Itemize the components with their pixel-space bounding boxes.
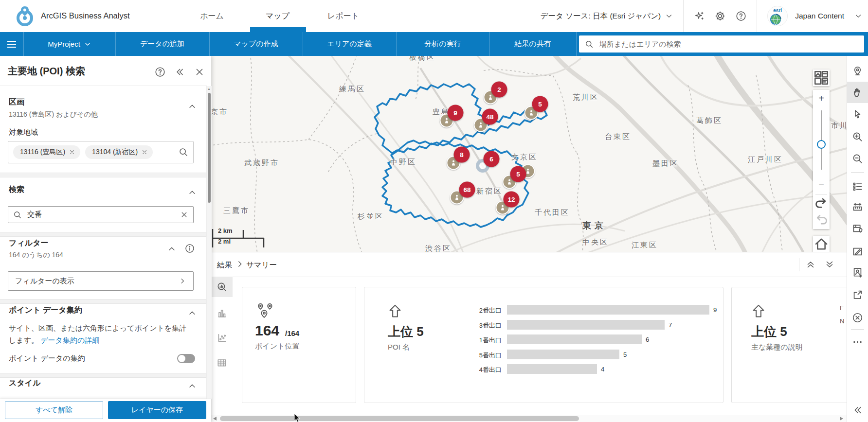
bar[interactable]	[507, 364, 597, 374]
measure-ruler-icon[interactable]	[852, 201, 863, 212]
divider	[815, 194, 827, 195]
hamburger-menu-icon[interactable]	[0, 32, 23, 56]
more-ellipsis-icon[interactable]	[852, 336, 863, 348]
target-area-input[interactable]: 13116 (豊島区)13104 (新宿区)	[8, 141, 194, 163]
workflow-item-データの追加[interactable]: データの追加	[115, 32, 209, 56]
map-place-label: 中央区	[582, 238, 609, 247]
sketch-pencil-icon[interactable]	[852, 246, 863, 257]
add-person-page-icon[interactable]	[852, 267, 863, 278]
bar-chart-icon[interactable]	[217, 308, 227, 318]
collapse-panel-icon[interactable]	[174, 67, 185, 77]
basemap-gallery-button[interactable]	[813, 70, 830, 86]
collapse-toolbar-icon[interactable]	[852, 404, 863, 416]
scroll-right-arrow[interactable]	[840, 417, 843, 421]
poi-search-field[interactable]	[8, 206, 194, 223]
cluster-marker[interactable]: 5	[510, 166, 526, 182]
map-place-label: 葛飾区	[696, 116, 723, 125]
chevron-up-icon[interactable]	[188, 102, 197, 111]
section-separator	[0, 299, 207, 304]
target-area-tag[interactable]: 13116 (豊島区)	[13, 145, 80, 159]
workflow-item-結果の共有[interactable]: 結果の共有	[489, 32, 576, 56]
map-canvas[interactable]: 板橋区練馬区東京市武蔵野市三鷹市中野区杉並区渋谷区豊島区新宿区文京区荒川区台東区…	[211, 56, 847, 252]
cluster-marker[interactable]: 6	[484, 151, 500, 167]
chevron-up-icon[interactable]	[188, 382, 197, 390]
scatter-chart-icon[interactable]	[217, 333, 227, 343]
card-top5-poi[interactable]: 上位 5 POI 名 2番出口93番出口71番出口65番出口54番出口4	[364, 287, 723, 403]
data-source-selector[interactable]: データ ソース: 日本 (Esri ジャパン)	[541, 11, 673, 21]
double-chevron-up-icon[interactable]	[805, 259, 816, 270]
app-header: ArcGIS Business Analyst ホームマップレポート データ ソ…	[0, 0, 868, 32]
project-selector[interactable]: MyProject	[23, 32, 115, 56]
workflow-item-分析の実行[interactable]: 分析の実行	[396, 32, 489, 56]
scroll-left-arrow[interactable]	[213, 417, 217, 421]
remove-tag-icon[interactable]	[69, 149, 75, 156]
workflow-toolbar: MyProject データの追加マップの作成エリアの定義分析の実行結果の共有	[0, 32, 868, 56]
results-horizontal-scrollbar[interactable]	[211, 414, 847, 422]
map-pin-page-icon[interactable]	[852, 223, 863, 234]
cluster-marker[interactable]: 8	[454, 147, 470, 163]
chevron-down-icon[interactable]	[854, 12, 862, 20]
poi-search-input[interactable]	[26, 210, 176, 219]
avatar[interactable]: esri	[767, 6, 788, 26]
clear-input-icon[interactable]	[180, 211, 188, 219]
zoom-out-button[interactable]: −	[813, 176, 830, 193]
legend-list-icon[interactable]	[852, 181, 863, 192]
select-arrow-icon[interactable]	[852, 109, 863, 120]
bar[interactable]	[507, 350, 619, 359]
search-stats-icon[interactable]	[217, 281, 227, 292]
save-layer-button[interactable]: レイヤーの保存	[108, 401, 206, 419]
target-area-tag[interactable]: 13104 (新宿区)	[85, 145, 153, 159]
table-grid-icon[interactable]	[217, 357, 227, 368]
help-circle-icon[interactable]	[155, 67, 165, 77]
search-icon	[13, 211, 22, 219]
cluster-marker[interactable]: 12	[504, 192, 520, 208]
bar[interactable]	[507, 320, 665, 330]
tab-レポート[interactable]: レポート	[310, 0, 376, 32]
tab-ホーム[interactable]: ホーム	[179, 0, 245, 32]
card-point-count[interactable]: 164 /164 ポイント位置	[242, 287, 356, 403]
info-icon[interactable]	[185, 244, 195, 253]
map-search-box[interactable]	[579, 35, 864, 53]
settings-gear-icon[interactable]	[715, 11, 725, 21]
help-circle-icon[interactable]	[736, 11, 746, 21]
zoom-slider-handle[interactable]	[817, 140, 826, 149]
home-extent-button[interactable]	[813, 236, 830, 252]
cluster-marker[interactable]: 9	[448, 105, 464, 121]
zoom-out-mag-icon[interactable]	[852, 153, 863, 164]
pan-hand-icon[interactable]	[852, 87, 863, 98]
aggregate-details-link[interactable]: データ集約の詳細	[40, 336, 99, 344]
places-pin-icon[interactable]	[852, 66, 863, 77]
double-chevron-down-icon[interactable]	[824, 259, 835, 270]
zoom-in-button[interactable]: +	[813, 90, 830, 106]
chevron-up-icon[interactable]	[188, 309, 197, 317]
clear-circle-x-icon[interactable]	[852, 312, 863, 323]
remove-tag-icon[interactable]	[141, 149, 148, 156]
close-panel-icon[interactable]	[194, 67, 205, 77]
point-count-label: ポイント位置	[255, 342, 299, 351]
breadcrumb-root[interactable]: 結果	[217, 260, 232, 270]
undo-icon[interactable]	[813, 196, 830, 212]
card-top5-category[interactable]: 上位 5 主な業種の説明 F N	[731, 287, 859, 403]
bar[interactable]	[507, 305, 709, 315]
cluster-marker[interactable]: 5	[532, 96, 548, 112]
redo-icon[interactable]	[813, 212, 830, 229]
cluster-marker[interactable]: 68	[459, 182, 475, 198]
panel-scrollbar-thumb[interactable]	[208, 93, 211, 203]
export-share-icon[interactable]	[852, 289, 863, 300]
map-search-input[interactable]	[598, 39, 858, 49]
chevron-up-icon[interactable]	[167, 245, 176, 253]
workflow-item-エリアの定義[interactable]: エリアの定義	[303, 32, 396, 56]
ai-sparkles-icon[interactable]	[694, 11, 705, 21]
clear-all-button[interactable]: すべて解除	[5, 401, 103, 419]
search-icon[interactable]	[179, 147, 188, 157]
workflow-item-マップの作成[interactable]: マップの作成	[209, 32, 303, 56]
cluster-marker[interactable]: 2	[491, 82, 507, 98]
show-filters-button[interactable]: フィルターの表示	[8, 271, 194, 291]
panel-scrollbar[interactable]: ▲	[206, 86, 212, 399]
horizontal-scrollbar-thumb[interactable]	[220, 416, 579, 421]
aggregate-toggle[interactable]	[177, 354, 195, 363]
zoom-in-mag-icon[interactable]	[852, 131, 863, 142]
bar[interactable]	[507, 334, 642, 344]
chevron-up-icon[interactable]	[188, 188, 197, 197]
cluster-marker[interactable]: 48	[482, 109, 498, 125]
